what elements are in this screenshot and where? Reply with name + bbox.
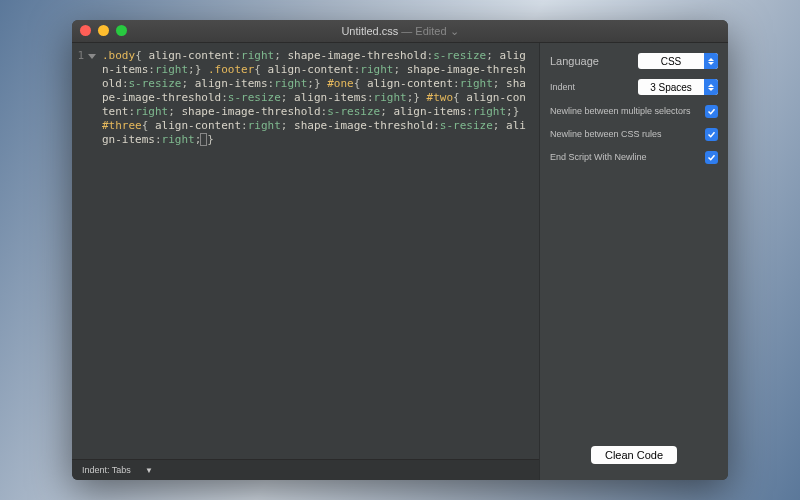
settings-sidebar: Language CSS Indent 3 Spaces Newline bet… [539, 43, 728, 480]
title-dropdown-icon[interactable]: ⌄ [450, 25, 459, 37]
code-editor[interactable]: 1 .body{ align-content:right; shape-imag… [72, 43, 539, 459]
fold-arrow-icon[interactable] [88, 52, 96, 60]
window-title[interactable]: Untitled.css — Edited ⌄ [72, 25, 728, 38]
zoom-icon[interactable] [116, 25, 127, 36]
close-icon[interactable] [80, 25, 91, 36]
indent-dropdown-icon[interactable]: ▼ [145, 466, 153, 475]
end-newline-label: End Script With Newline [550, 152, 699, 163]
indent-value: 3 Spaces [650, 82, 692, 93]
traffic-lights [80, 25, 127, 36]
language-label: Language [550, 56, 632, 67]
line-gutter: 1 [72, 43, 96, 459]
app-window: Untitled.css — Edited ⌄ 1 .body{ align-c… [72, 20, 728, 480]
select-stepper-icon[interactable] [704, 79, 718, 95]
end-newline-checkbox[interactable] [705, 151, 718, 164]
indent-mode-label[interactable]: Indent: Tabs [82, 465, 131, 475]
language-value: CSS [661, 56, 682, 67]
line-number: 1 [77, 49, 86, 62]
indent-label: Indent [550, 82, 632, 93]
newline-rules-label: Newline between CSS rules [550, 129, 699, 140]
newline-selectors-label: Newline between multiple selectors [550, 106, 699, 117]
title-filename: Untitled.css [341, 25, 398, 37]
title-edited-label: — Edited [398, 25, 446, 37]
titlebar[interactable]: Untitled.css — Edited ⌄ [72, 20, 728, 43]
svg-marker-0 [88, 54, 96, 59]
minimize-icon[interactable] [98, 25, 109, 36]
newline-rules-checkbox[interactable] [705, 128, 718, 141]
language-select[interactable]: CSS [638, 53, 718, 69]
clean-code-button[interactable]: Clean Code [591, 446, 677, 464]
select-stepper-icon[interactable] [704, 53, 718, 69]
newline-selectors-checkbox[interactable] [705, 105, 718, 118]
indent-select[interactable]: 3 Spaces [638, 79, 718, 95]
code-content[interactable]: .body{ align-content:right; shape-image-… [96, 43, 539, 459]
statusbar: Indent: Tabs ▼ [72, 459, 539, 480]
